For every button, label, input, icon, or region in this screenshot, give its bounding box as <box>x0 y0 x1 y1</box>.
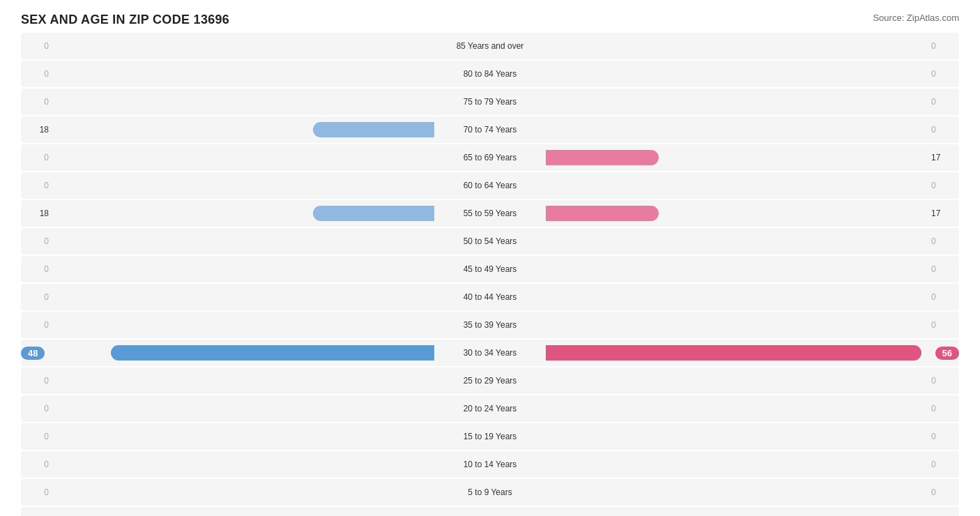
value-male: 0 <box>21 432 49 441</box>
value-female: 17 <box>931 153 959 162</box>
bar-female <box>546 150 659 165</box>
left-section: 0 <box>21 312 434 338</box>
right-section: 0 <box>546 479 959 506</box>
age-row: 085 Years and over0 <box>21 33 959 59</box>
right-section: 0 <box>546 172 959 199</box>
left-section: 18 <box>21 116 434 143</box>
value-male: 0 <box>21 69 49 79</box>
age-label: 55 to 59 Years <box>434 208 546 218</box>
left-section: 0 <box>21 423 434 450</box>
age-label: 5 to 9 Years <box>434 487 546 497</box>
age-label: 85 Years and over <box>434 41 546 51</box>
left-section: 0 <box>21 367 434 394</box>
age-label: 75 to 79 Years <box>434 97 546 107</box>
value-female: 0 <box>931 460 959 469</box>
age-row: 025 to 29 Years0 <box>21 367 959 394</box>
source-text: Source: ZipAtlas.com <box>873 13 959 23</box>
value-male: 0 <box>21 320 49 330</box>
value-male: 0 <box>21 292 49 302</box>
right-section: 0 <box>546 451 959 478</box>
right-section: 0 <box>546 312 959 338</box>
right-section: 17 <box>546 200 959 227</box>
value-female: 0 <box>931 236 959 246</box>
age-label: 30 to 34 Years <box>434 348 546 358</box>
right-section: 0 <box>546 423 959 450</box>
left-section: 0 <box>21 451 434 478</box>
right-section: 0 <box>546 116 959 143</box>
age-row: 065 to 69 Years17 <box>21 144 959 171</box>
age-label: 80 to 84 Years <box>434 69 546 79</box>
chart-container: SEX AND AGE IN ZIP CODE 13696 Source: Zi… <box>0 0 980 516</box>
age-row: 080 to 84 Years0 <box>21 61 959 87</box>
value-female: 0 <box>931 41 959 51</box>
right-section: 0 <box>546 367 959 394</box>
age-label: 20 to 24 Years <box>434 404 546 413</box>
value-female: 0 <box>931 487 959 497</box>
right-section: 17 <box>546 144 959 171</box>
right-section: 0 <box>546 284 959 310</box>
left-section: 0 <box>21 33 434 59</box>
age-label: 35 to 39 Years <box>434 320 546 330</box>
value-male: 0 <box>21 41 49 51</box>
age-label: 65 to 69 Years <box>434 153 546 162</box>
value-female: 0 <box>931 432 959 441</box>
right-section: 0 <box>546 228 959 255</box>
value-female: 56 <box>935 347 959 360</box>
age-row: 060 to 64 Years0 <box>21 172 959 199</box>
right-section: 0 <box>546 33 959 59</box>
age-row: 1870 to 74 Years0 <box>21 116 959 143</box>
age-row: 010 to 14 Years0 <box>21 451 959 478</box>
value-female: 0 <box>931 376 959 386</box>
age-label: 40 to 44 Years <box>434 292 546 302</box>
bar-male <box>111 345 434 361</box>
right-section: 0 <box>546 256 959 282</box>
left-section: 0 <box>21 395 434 422</box>
value-male: 0 <box>21 153 49 162</box>
left-section: 48 <box>21 340 434 366</box>
bar-male <box>313 206 434 221</box>
value-male: 0 <box>21 460 49 469</box>
value-female: 0 <box>931 181 959 190</box>
left-section: 0 <box>21 507 434 516</box>
age-row: 0Under 5 Years0 <box>21 507 959 516</box>
right-section: 0 <box>546 61 959 87</box>
right-section: 0 <box>546 395 959 422</box>
value-female: 0 <box>931 292 959 302</box>
chart-area: 085 Years and over0080 to 84 Years0075 t… <box>21 33 959 516</box>
age-label: 50 to 54 Years <box>434 236 546 246</box>
left-section: 18 <box>21 200 434 227</box>
age-row: 040 to 44 Years0 <box>21 284 959 310</box>
value-male: 0 <box>21 97 49 107</box>
left-section: 0 <box>21 479 434 506</box>
age-label: 70 to 74 Years <box>434 125 546 135</box>
left-section: 0 <box>21 284 434 310</box>
value-female: 0 <box>931 320 959 330</box>
age-row: 035 to 39 Years0 <box>21 312 959 338</box>
age-row: 1855 to 59 Years17 <box>21 200 959 227</box>
age-row: 045 to 49 Years0 <box>21 256 959 282</box>
chart-title: SEX AND AGE IN ZIP CODE 13696 <box>21 13 229 27</box>
value-male: 0 <box>21 376 49 386</box>
left-section: 0 <box>21 89 434 115</box>
value-male: 18 <box>21 125 49 135</box>
value-female: 17 <box>931 208 959 218</box>
value-male: 0 <box>21 404 49 413</box>
value-female: 0 <box>931 404 959 413</box>
age-row: 075 to 79 Years0 <box>21 89 959 115</box>
value-male: 0 <box>21 487 49 497</box>
value-male: 0 <box>21 236 49 246</box>
left-section: 0 <box>21 61 434 87</box>
age-row: 050 to 54 Years0 <box>21 228 959 255</box>
value-male: 0 <box>21 264 49 274</box>
bar-male <box>313 122 434 137</box>
value-male: 0 <box>21 181 49 190</box>
value-female: 0 <box>931 69 959 79</box>
age-label: 25 to 29 Years <box>434 376 546 386</box>
value-female: 0 <box>931 264 959 274</box>
right-section: 0 <box>546 507 959 516</box>
right-section: 56 <box>546 340 959 366</box>
value-male: 18 <box>21 208 49 218</box>
age-label: 10 to 14 Years <box>434 460 546 469</box>
value-female: 0 <box>931 125 959 135</box>
left-section: 0 <box>21 144 434 171</box>
